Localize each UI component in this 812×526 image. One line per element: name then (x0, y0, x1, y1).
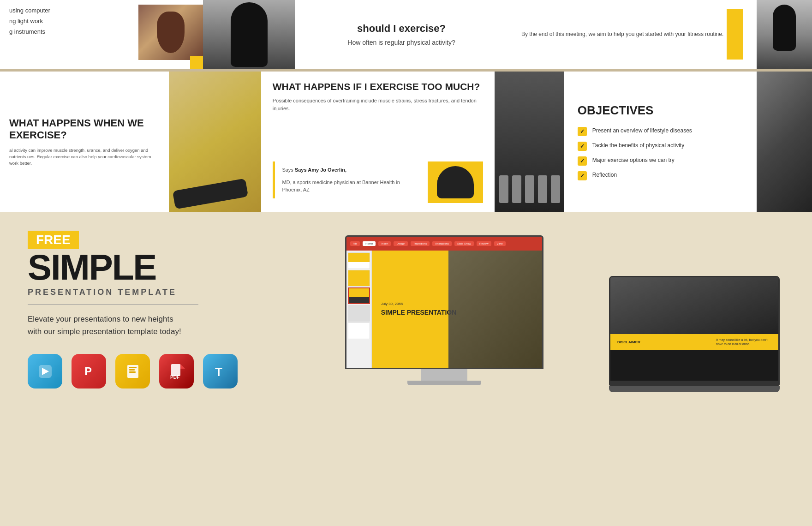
overexercise-content: WHAT HAPPENS IF I EXERCISE TOO MUCH? Pos… (273, 81, 483, 112)
check-icon-3: ✓ (578, 156, 587, 166)
free-badge: FREE (28, 231, 79, 249)
slide-objectives: OBJECTIVES ✓ Present an overview of life… (564, 72, 757, 212)
thumb-4 (348, 305, 370, 322)
ppt-svg: P (81, 363, 97, 380)
powerpoint-icon: P (72, 354, 106, 389)
athlete-figure (773, 5, 796, 51)
svg-rect-6 (129, 371, 136, 373)
slide-overexercise: WHAT HAPPENS IF I EXERCISE TOO MUCH? Pos… (261, 72, 495, 212)
svg-text:P: P (84, 365, 92, 377)
dumbbell-5 (551, 175, 560, 203)
svg-marker-8 (180, 364, 185, 369)
ppt-toolbar: File Home Insert Design Transitions Anim… (346, 237, 542, 251)
desktop-monitor: File Home Insert Design Transitions Anim… (345, 235, 543, 385)
slide-athlete-yellow (169, 72, 261, 212)
fitness-figure (231, 2, 268, 67)
dumbbell-3 (525, 175, 534, 203)
thumb-2 (348, 270, 370, 287)
slide-gym-weights (495, 72, 564, 212)
laptop-bottom-area (610, 350, 778, 381)
svg-text:T: T (215, 365, 222, 379)
svg-text:PDF: PDF (170, 375, 179, 380)
slide-top-2 (203, 0, 295, 69)
objective-label-2: Tackle the benefits of physical activity (592, 142, 684, 149)
ppt-gym-background (448, 251, 542, 368)
yellow-quote-bar (273, 161, 275, 198)
ppt-content: July 30, 2055 SIMPLE PRESENTATION (346, 251, 542, 368)
svg-rect-4 (129, 367, 137, 368)
exercise-question-subtitle: How often is regular physical activity? (347, 39, 455, 46)
ppt-tab-design: Design (394, 241, 408, 246)
quote-author-name: Says Amy Jo Overlin, (295, 167, 346, 173)
ppt-tab-insert: Insert (378, 241, 391, 246)
laptop-gym-background (610, 277, 778, 334)
top-row: using computer ng light work g instrumen… (0, 0, 812, 72)
app-icons: P PDF T (28, 354, 308, 389)
yellow-square-decoration (190, 56, 203, 69)
overexercise-title: WHAT HAPPENS IF I EXERCISE TOO MUCH? (273, 81, 483, 92)
objective-label-4: Reflection (592, 171, 617, 179)
slide-top-1: using computer ng light work g instrumen… (0, 0, 203, 69)
cyclist-figure (437, 166, 474, 198)
gslides-svg (125, 363, 141, 380)
dumbbell-4 (538, 175, 547, 203)
ppt-tab-transitions: Transitions (411, 241, 430, 246)
gymroom-image (757, 72, 812, 212)
bottom-section: FREE SIMPLE PRESENTATION TEMPLATE Elevat… (0, 212, 812, 424)
slide-top-3: should I exercise? How often is regular … (295, 0, 508, 69)
dumbbell-row (499, 175, 560, 203)
ppt-tab-review: Review (477, 241, 491, 246)
guitar-image (138, 5, 203, 60)
slide-top-4: By the end of this meeting, we aim to he… (508, 0, 757, 69)
monitor-stand (421, 369, 467, 381)
athlete-plank-image (169, 72, 261, 212)
laptop-disclaimer-label: DISCLAIMER (617, 340, 640, 344)
dumbbell-1 (499, 175, 508, 203)
fitness-person-image (203, 0, 295, 69)
exercise-heading: WHAT HAPPENS WHEN WE EXERCISE? (9, 117, 160, 142)
check-icon-4: ✓ (578, 171, 587, 180)
quote-author: Says Says Amy Jo Overlin, (282, 166, 420, 174)
guitar-visual (138, 5, 203, 60)
exercise-question-title: should I exercise? (357, 23, 446, 35)
cyclist-image (428, 161, 483, 203)
svg-rect-5 (129, 369, 135, 371)
plank-figure (172, 178, 248, 209)
thumb-5 (348, 323, 370, 339)
pdf-svg: PDF (168, 363, 185, 380)
laptop-mockup: DISCLAIMER It may sound like a lot, but … (609, 276, 780, 392)
quote-text-area: Says Says Amy Jo Overlin, MD, a sports m… (282, 161, 420, 194)
ppt-slide-panel (346, 251, 372, 368)
promo-right: File Home Insert Design Transitions Anim… (336, 231, 784, 406)
laptop-base (609, 386, 780, 392)
quote-body: MD, a sports medicine physician at Banne… (282, 179, 420, 194)
laptop-screen: DISCLAIMER It may sound like a lot, but … (609, 276, 780, 382)
presentation-subtitle: PRESENTATION TEMPLATE (28, 287, 308, 297)
slide-gym-room (757, 72, 812, 212)
monitor-base (407, 381, 481, 385)
overexercise-body: Possible consequences of overtraining in… (273, 97, 483, 112)
slide-top-5 (757, 0, 812, 69)
meeting-aim-text: By the end of this meeting, we aim to he… (521, 30, 723, 39)
ppt-tab-view: View (494, 241, 506, 246)
quote-section: Says Says Amy Jo Overlin, MD, a sports m… (273, 161, 483, 203)
objective-item-2: ✓ Tackle the benefits of physical activi… (578, 142, 743, 151)
objective-label-1: Present an overview of lifestyle disease… (592, 127, 692, 135)
promo-description: Elevate your presentations to new height… (28, 313, 308, 338)
ppt-tab-file: File (350, 241, 360, 246)
objective-item-1: ✓ Present an overview of lifestyle disea… (578, 127, 743, 136)
check-icon-2: ✓ (578, 142, 587, 151)
objective-item-4: ✓ Reflection (578, 171, 743, 180)
typora-svg: T (212, 363, 229, 380)
yellow-bar-decoration (727, 9, 743, 60)
typora-icon: T (203, 354, 238, 389)
divider-line (28, 304, 198, 305)
laptop-screen-inner: DISCLAIMER It may sound like a lot, but … (610, 277, 778, 381)
keynote-icon (28, 354, 62, 389)
promo-desc-line2: with our simple presentation template to… (28, 327, 181, 336)
check-icon-1: ✓ (578, 127, 587, 136)
monitor-screen: File Home Insert Design Transitions Anim… (345, 235, 543, 369)
promo-left: FREE SIMPLE PRESENTATION TEMPLATE Elevat… (28, 231, 308, 389)
weights-image (495, 72, 564, 212)
exercise-body: al activity can improve muscle strength,… (9, 147, 160, 167)
